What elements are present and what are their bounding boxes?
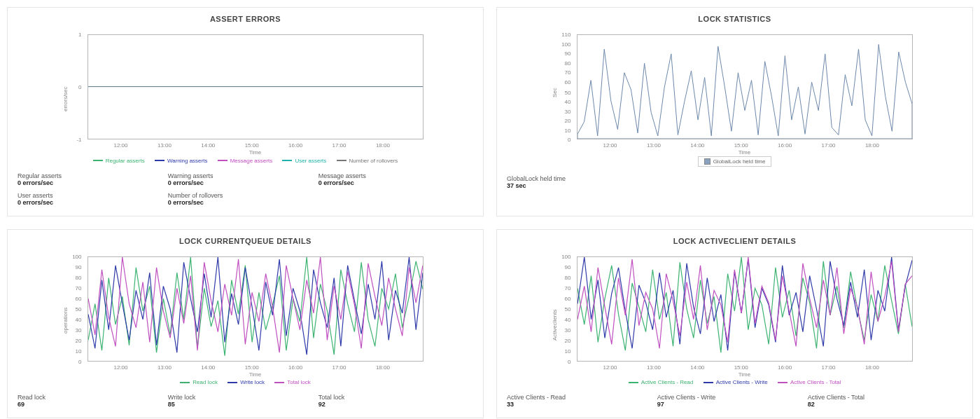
stats-row: Regular asserts0 errors/sec Warning asse… xyxy=(18,172,473,206)
stat-read-lock: Read lock69 xyxy=(18,394,168,408)
chart-assert-errors[interactable]: errors/sec 10-1 12:00 13:00 14:00 15:00 xyxy=(57,27,435,153)
legend-item[interactable]: Total lock xyxy=(274,379,310,385)
panel-title: LOCK STATISTICS xyxy=(507,15,962,23)
stat-user-asserts: User asserts0 errors/sec xyxy=(18,192,168,206)
stat-total-lock: Total lock92 xyxy=(318,394,469,408)
legend-item[interactable]: GlobalLock held time xyxy=(698,156,772,167)
legend-lock-statistics: GlobalLock held time xyxy=(507,156,962,167)
panel-lock-currentqueue: LOCK CURRENTQUEUE DETAILS operations 100… xyxy=(7,229,484,419)
panel-title: LOCK CURRENTQUEUE DETAILS xyxy=(18,237,473,245)
legend-lock-activeclient: Active Clients - Read Active Clients - W… xyxy=(507,378,962,386)
stat-active-read: Active Clients - Read33 xyxy=(507,394,657,408)
stats-row: Active Clients - Read33 Active Clients -… xyxy=(507,394,962,408)
legend-item[interactable]: Write lock xyxy=(227,379,265,385)
panel-title: LOCK ACTIVECLIENT DETAILS xyxy=(507,237,962,245)
stat-active-write: Active Clients - Write97 xyxy=(657,394,808,408)
panel-lock-activeclient: LOCK ACTIVECLIENT DETAILS Activeclients … xyxy=(496,229,973,419)
dashboard-grid: ASSERT ERRORS errors/sec 10-1 12:00 13:0… xyxy=(7,7,973,418)
stat-active-total: Active Clients - Total82 xyxy=(808,394,958,408)
stats-row: Read lock69 Write lock85 Total lock92 xyxy=(18,394,473,408)
legend-item[interactable]: Warning asserts xyxy=(155,158,208,164)
panel-lock-statistics: LOCK STATISTICS Sec 11010090807060504030… xyxy=(496,7,973,217)
chart-lock-currentqueue[interactable]: operations 1009080706050403020100 12:00 … xyxy=(57,249,435,376)
plot-area xyxy=(577,256,913,362)
legend-lock-currentqueue: Read lock Write lock Total lock xyxy=(18,378,473,386)
legend-item[interactable]: Active Clients - Read xyxy=(629,379,694,385)
chart-lock-statistics[interactable]: Sec 1101009080706050403020100 12:00 13:0… xyxy=(546,27,924,153)
legend-assert-errors: Regular asserts Warning asserts Message … xyxy=(18,156,473,164)
chart-lock-activeclient[interactable]: Activeclients 1009080706050403020100 12:… xyxy=(546,249,924,376)
y-ticks: 1009080706050403020100 xyxy=(546,256,574,362)
legend-item[interactable]: Regular asserts xyxy=(93,158,145,164)
x-axis-label: Time xyxy=(577,371,913,378)
panel-assert-errors: ASSERT ERRORS errors/sec 10-1 12:00 13:0… xyxy=(7,7,484,217)
stat-globallock-held: GlobalLock held time37 sec xyxy=(507,175,612,189)
y-ticks: 10-1 xyxy=(57,34,85,139)
y-ticks: 1101009080706050403020100 xyxy=(546,34,574,139)
legend-item[interactable]: Message asserts xyxy=(218,158,272,164)
legend-item[interactable]: Read lock xyxy=(180,379,218,385)
stat-message-asserts: Message asserts0 errors/sec xyxy=(318,172,469,186)
x-axis-label: Time xyxy=(88,149,424,156)
legend-item[interactable]: Number of rollovers xyxy=(337,158,398,164)
panel-title: ASSERT ERRORS xyxy=(18,15,473,23)
legend-item[interactable]: Active Clients - Write xyxy=(704,379,768,385)
legend-item[interactable]: Active Clients - Total xyxy=(778,379,841,385)
stat-regular-asserts: Regular asserts0 errors/sec xyxy=(18,172,168,186)
x-axis-label: Time xyxy=(577,149,913,156)
y-ticks: 1009080706050403020100 xyxy=(57,256,85,362)
stats-row: GlobalLock held time37 sec xyxy=(507,175,962,189)
stat-warning-asserts: Warning asserts0 errors/sec xyxy=(168,172,318,186)
plot-area xyxy=(577,34,913,139)
stat-write-lock: Write lock85 xyxy=(168,394,318,408)
x-axis-label: Time xyxy=(88,371,424,378)
plot-area xyxy=(88,34,424,139)
legend-item[interactable]: User asserts xyxy=(282,158,326,164)
plot-area xyxy=(88,256,424,362)
stat-rollovers: Number of rollovers0 errors/sec xyxy=(168,192,318,206)
